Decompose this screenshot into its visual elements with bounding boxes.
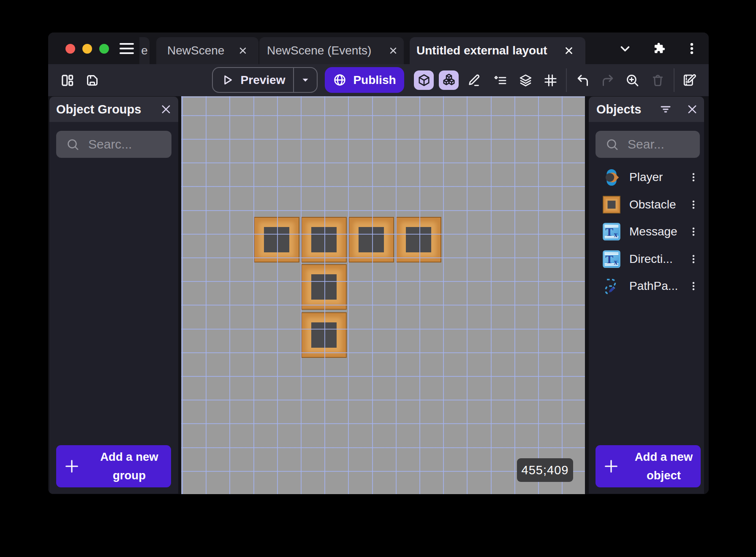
object-menu-button[interactable] xyxy=(687,191,700,219)
close-tab-icon[interactable] xyxy=(563,45,574,56)
object-row-player[interactable]: Player xyxy=(589,164,704,191)
instances-list-icon xyxy=(493,73,507,87)
edit-instances-mode-button[interactable] xyxy=(439,70,459,90)
close-tab-icon[interactable] xyxy=(237,45,248,56)
object-menu-button[interactable] xyxy=(687,164,700,191)
object-row-direction[interactable]: Tx Directi... xyxy=(589,246,704,273)
obstacle-sprite xyxy=(603,195,620,214)
cubes-instances-icon xyxy=(442,73,456,87)
minimize-window-button[interactable] xyxy=(82,44,92,54)
objects-panel: Objects Sear... Player xyxy=(589,97,704,494)
gdevelop-window: e NewScene NewScene (Events) Untitled ex… xyxy=(48,32,709,494)
tab-untitled-external-layout[interactable]: Untitled external layout xyxy=(410,37,585,64)
object-menu-button[interactable] xyxy=(687,218,700,246)
obstacle-instance[interactable] xyxy=(348,217,394,262)
object-menu-button[interactable] xyxy=(687,273,700,300)
obstacle-icon xyxy=(603,196,620,214)
layers-icon xyxy=(519,73,533,87)
layers-button[interactable] xyxy=(516,71,535,89)
object-menu-button[interactable] xyxy=(687,246,700,273)
redo-button[interactable] xyxy=(598,71,617,89)
x-icon xyxy=(237,45,248,56)
extensions-button[interactable] xyxy=(648,32,670,64)
grid-button[interactable] xyxy=(541,71,560,89)
filter-icon[interactable] xyxy=(659,103,672,116)
object-groups-header: Object Groups xyxy=(49,97,178,122)
search-icon xyxy=(66,138,79,151)
kebab-menu-icon xyxy=(688,172,699,183)
obstacle-instance[interactable] xyxy=(301,217,347,262)
cube-3d-icon xyxy=(417,73,431,87)
obstacle-instance[interactable] xyxy=(254,217,299,262)
add-object-button[interactable]: Add a newobject xyxy=(596,445,701,487)
obstacle-instance[interactable] xyxy=(301,264,347,310)
path-paint-icon xyxy=(603,277,620,295)
save-button[interactable] xyxy=(83,71,101,89)
scene-canvas[interactable]: 455;409 xyxy=(181,96,585,494)
plus-icon xyxy=(56,458,87,475)
screen: e NewScene NewScene (Events) Untitled ex… xyxy=(0,0,756,557)
close-window-button[interactable] xyxy=(65,44,75,54)
main-area: Object Groups Searc... Add a newgroup xyxy=(48,96,709,494)
play-icon xyxy=(221,73,234,87)
zoom-window-button[interactable] xyxy=(99,44,109,54)
undo-button[interactable] xyxy=(573,71,592,89)
main-menu-icon[interactable] xyxy=(120,43,134,54)
instances-list-button[interactable] xyxy=(491,71,509,89)
tabs-overflow-button[interactable] xyxy=(614,32,636,64)
object-row-pathpaint[interactable]: PathPa... xyxy=(589,273,704,300)
text-object-icon: Tx xyxy=(603,250,620,268)
hamburger-bar xyxy=(120,52,134,54)
preview-options-button[interactable] xyxy=(294,68,317,92)
path-paint-sprite xyxy=(603,278,620,295)
tab-newscene[interactable]: NewScene xyxy=(156,37,258,64)
tab-clipped[interactable]: e xyxy=(139,37,150,64)
objects-title: Objects xyxy=(596,103,641,116)
obstacle-instance[interactable] xyxy=(301,312,347,358)
kebab-menu-icon xyxy=(688,226,699,237)
tab-strip: e NewScene NewScene (Events) Untitled ex… xyxy=(139,37,612,64)
globe-icon xyxy=(333,73,347,87)
caret-down-icon xyxy=(300,75,310,85)
toolbar-divider xyxy=(674,68,674,92)
player-sprite xyxy=(604,169,619,186)
object-row-obstacle[interactable]: Obstacle xyxy=(589,191,704,219)
close-tab-icon[interactable] xyxy=(388,45,399,56)
text-object-icon: Tx xyxy=(603,223,620,241)
x-icon xyxy=(388,45,399,56)
object-search-input[interactable]: Sear... xyxy=(596,131,700,158)
kebab-menu-icon xyxy=(685,42,699,55)
svg-text:T: T xyxy=(605,253,613,266)
window-menu-button[interactable] xyxy=(681,32,703,64)
svg-text:x: x xyxy=(614,257,618,266)
object-row-message[interactable]: Tx Message xyxy=(589,218,704,246)
group-search-input[interactable]: Searc... xyxy=(56,131,171,158)
text-sprite: Tx xyxy=(603,223,620,241)
hamburger-bar xyxy=(120,48,134,49)
tab-newscene-events[interactable]: NewScene (Events) xyxy=(259,37,404,64)
delete-button[interactable] xyxy=(648,71,667,89)
zoom-in-button[interactable] xyxy=(623,71,642,89)
toggle-panels-button[interactable] xyxy=(58,71,76,89)
obstacle-instance[interactable] xyxy=(396,217,441,262)
edit-properties-button[interactable] xyxy=(680,71,699,89)
preview-button[interactable]: Preview xyxy=(213,68,293,92)
close-panel-icon[interactable] xyxy=(160,103,172,116)
grid-overlay xyxy=(181,96,585,494)
objects-list: Player Obstacle Tx Messag xyxy=(589,164,704,300)
edit-object-button[interactable] xyxy=(465,71,484,89)
edit-objects-mode-button[interactable] xyxy=(414,70,434,90)
kebab-menu-icon xyxy=(688,281,699,292)
publish-button[interactable]: Publish xyxy=(325,67,404,93)
close-panel-icon[interactable] xyxy=(686,103,699,116)
text-sprite: Tx xyxy=(603,250,620,268)
objects-header: Objects xyxy=(589,97,704,122)
plus-glyph xyxy=(603,458,620,475)
cursor-coordinates-badge: 455;409 xyxy=(517,458,573,482)
add-group-button[interactable]: Add a newgroup xyxy=(56,445,171,487)
x-icon xyxy=(563,45,574,56)
pen-icon xyxy=(468,73,481,87)
chevron-down-icon xyxy=(618,41,632,56)
object-groups-panel: Object Groups Searc... Add a newgroup xyxy=(49,97,178,494)
search-icon xyxy=(606,138,619,151)
